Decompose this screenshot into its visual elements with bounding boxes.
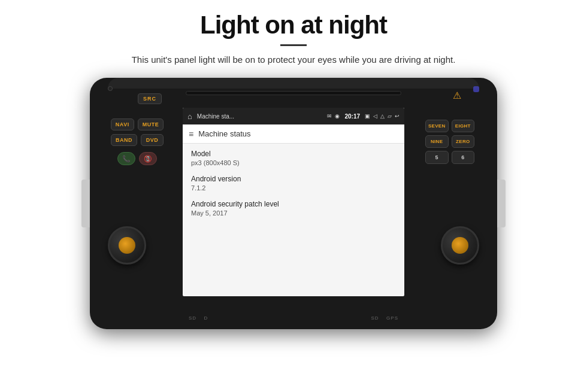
call-end-button[interactable]: 📵 [139, 152, 157, 165]
model-value: px3 (800x480 S) [191, 159, 396, 166]
right-btn-grid: SEVEN EIGHT NINE ZERO 5 6 [425, 120, 474, 164]
status-bar: ⌂ Machine sta... ✉ ◉ 20:17 ▣ ◁ △ ▱ ↩ [183, 108, 404, 124]
right-panel: SEVEN EIGHT NINE ZERO 5 6 [403, 114, 497, 293]
left-knob[interactable] [108, 226, 146, 265]
camera-icon: ▣ [365, 113, 370, 119]
gps-text: GPS [386, 315, 398, 321]
left-mount-tab [81, 180, 90, 227]
android-screen: ⌂ Machine sta... ✉ ◉ 20:17 ▣ ◁ △ ▱ ↩ [183, 108, 404, 296]
src-button[interactable]: SRC [138, 93, 162, 104]
page-wrapper: Light on at night This unit's panel ligh… [0, 0, 587, 392]
sd-label-right: SD GPS [371, 311, 398, 322]
android-version-info-item: Android version 7.1.2 [191, 175, 396, 192]
model-info-item: Model px3 (800x480 S) [191, 150, 396, 166]
android-version-value: 7.1.2 [191, 184, 396, 192]
zero-button[interactable]: ZERO [452, 135, 475, 148]
cd-slot [186, 91, 401, 95]
status-app-name: Machine sta... [197, 113, 325, 120]
band-button[interactable]: BAND [111, 134, 137, 146]
warning-icon: ⚠ [453, 90, 461, 101]
page-title: Light on at night [200, 11, 387, 39]
right-mount-tab [497, 180, 506, 227]
five-button[interactable]: 5 [425, 151, 449, 164]
six-button[interactable]: 6 [452, 151, 475, 164]
home-icon[interactable]: ⌂ [187, 112, 192, 121]
sd-text-left: SD [189, 315, 196, 321]
eight-button[interactable]: EIGHT [452, 120, 475, 132]
page-subtitle: This unit's panel light will be on to pr… [132, 54, 456, 65]
sd-text-right: SD [371, 315, 379, 321]
phone-buttons: 📞 📵 [117, 152, 157, 165]
title-divider [280, 44, 307, 46]
call-accept-button[interactable]: 📞 [117, 152, 135, 165]
app-bar: ≡ Machine status [183, 124, 404, 144]
power-indicator [473, 86, 479, 92]
volume-icon: ◁ [373, 113, 377, 119]
message-icon: ✉ [327, 113, 332, 119]
menu-icon[interactable]: ≡ [189, 129, 193, 139]
right-knob[interactable] [441, 226, 479, 265]
left-btn-row-1: NAVI MUTE [111, 118, 164, 130]
status-time: 20:17 [344, 113, 360, 120]
left-btn-row-2: BAND DVD [111, 134, 164, 146]
dvd-button[interactable]: DVD [141, 134, 164, 146]
sd-label-left: SD D [189, 311, 208, 322]
car-unit: SRC ⚠ NAVI MUTE BAND DVD 📞 📵 [90, 78, 497, 329]
navi-button[interactable]: NAVI [111, 118, 134, 130]
mic-indicator [108, 86, 113, 91]
left-panel: NAVI MUTE BAND DVD 📞 📵 [90, 114, 184, 293]
location-icon: ◉ [335, 113, 340, 119]
security-patch-label: Android security patch level [191, 200, 396, 208]
model-label: Model [191, 150, 396, 158]
seven-button[interactable]: SEVEN [425, 120, 449, 132]
d-text: D [204, 315, 208, 321]
cast-icon: ▱ [388, 113, 392, 119]
unit-bottom: SD D SD GPS [183, 311, 404, 322]
mute-button[interactable]: MUTE [138, 118, 164, 130]
back-icon[interactable]: ↩ [395, 113, 400, 119]
unit-body: SRC ⚠ NAVI MUTE BAND DVD 📞 📵 [90, 78, 497, 329]
status-icons: ✉ ◉ 20:17 ▣ ◁ △ ▱ ↩ [327, 113, 400, 120]
media-icon: △ [380, 113, 385, 119]
nine-button[interactable]: NINE [425, 135, 449, 148]
security-patch-info-item: Android security patch level May 5, 2017 [191, 200, 396, 217]
content-area: Model px3 (800x480 S) Android version 7.… [183, 144, 404, 231]
security-patch-value: May 5, 2017 [191, 209, 396, 217]
android-version-label: Android version [191, 175, 396, 183]
app-bar-title: Machine status [198, 129, 250, 138]
